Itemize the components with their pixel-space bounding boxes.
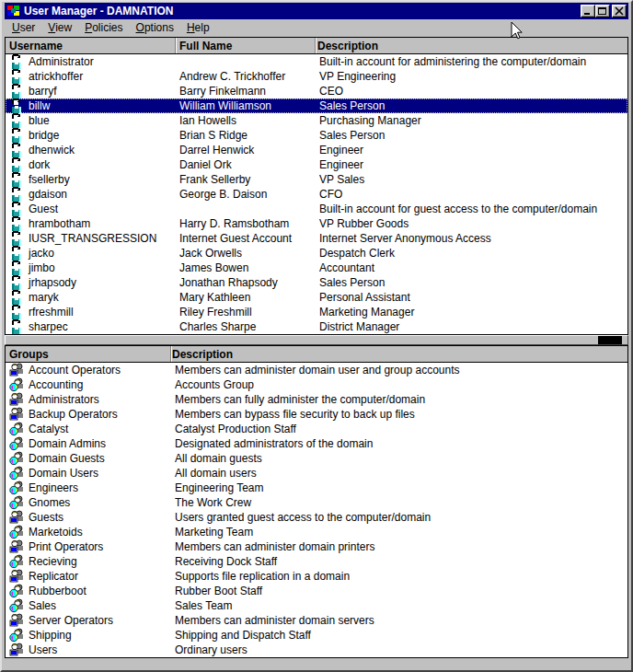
username-cell: bridge (29, 129, 59, 142)
users-header: Username Full Name Description (6, 38, 627, 54)
group-row[interactable]: Administrators Members can fully adminis… (6, 392, 627, 407)
users-panel: Username Full Name Description Administr… (5, 37, 628, 335)
description-cell: Personal Assistant (319, 291, 410, 304)
group-row[interactable]: Gnomes The Work Crew (6, 495, 627, 510)
group-description-cell: Engineering Team (175, 481, 264, 494)
local-group-icon (9, 569, 24, 584)
group-description-cell: Designated administrators of the domain (175, 437, 373, 450)
group-row[interactable]: Domain Users All domain users (6, 466, 627, 481)
group-name-cell: Backup Operators (29, 408, 118, 421)
close-button[interactable] (612, 5, 627, 17)
user-row[interactable]: atrickhoffer Andrew C. Trickhoffer VP En… (6, 69, 627, 84)
username-cell: IUSR_TRANSGRESSION (29, 232, 156, 245)
local-group-icon (9, 643, 24, 657)
group-row[interactable]: Print Operators Members can administer d… (6, 539, 627, 554)
group-row[interactable]: Accounting Accounts Group (6, 377, 627, 392)
global-group-icon (9, 554, 24, 569)
user-row[interactable]: maryk Mary Kathleen Personal Assistant (6, 290, 627, 305)
description-cell: Purchasing Manager (319, 114, 421, 127)
groups-list: Account Operators Members can administer… (6, 363, 627, 657)
user-row[interactable]: hrambotham Harry D. Ramsbotham VP Rubber… (6, 216, 627, 231)
fullname-cell: Brian S Ridge (179, 129, 247, 142)
fullname-cell: Riley Freshmill (179, 306, 252, 319)
group-row[interactable]: Replicator Supports file replication in … (6, 569, 627, 584)
group-row[interactable]: Account Operators Members can administer… (6, 363, 627, 377)
global-group-icon (9, 598, 24, 613)
group-description-cell: Marketing Team (175, 526, 253, 539)
fullname-cell: Jack Orwells (179, 247, 242, 260)
group-row[interactable]: Recieving Receiving Dock Staff (6, 554, 627, 569)
group-row[interactable]: Backup Operators Members can bypass file… (6, 407, 627, 422)
user-row[interactable]: dork Daniel Ork Engineer (6, 157, 627, 172)
user-icon (9, 172, 24, 187)
menu-options[interactable]: Options (130, 19, 180, 37)
group-row[interactable]: Engineers Engineering Team (6, 481, 627, 495)
local-group-icon (9, 407, 24, 422)
description-cell: CFO (319, 188, 342, 201)
global-group-icon (9, 628, 24, 643)
user-row[interactable]: jrhapsody Jonathan Rhapsody Sales Person (6, 275, 627, 290)
minimize-button[interactable] (581, 5, 595, 17)
menu-user[interactable]: User (6, 19, 41, 37)
description-cell: Engineer (319, 144, 363, 156)
group-row[interactable]: Catalyst Catalyst Production Staff (6, 422, 627, 436)
group-row[interactable]: Marketoids Marketing Team (6, 525, 627, 539)
group-name-cell: Shipping (29, 629, 72, 642)
window-controls (581, 5, 627, 17)
user-row[interactable]: blue Ian Howells Purchasing Manager (6, 113, 627, 128)
user-row[interactable]: fsellerby Frank Sellerby VP Sales (6, 172, 627, 187)
splitter-thumb (598, 336, 622, 344)
fullname-cell: Andrew C. Trickhoffer (179, 70, 285, 83)
user-icon (9, 305, 24, 319)
app-icon (6, 5, 21, 17)
fullname-cell: Darrel Henwick (179, 144, 254, 156)
menu-policies[interactable]: Policies (78, 19, 129, 37)
global-group-icon (9, 584, 24, 598)
user-row[interactable]: IUSR_TRANSGRESSION Internet Guest Accoun… (6, 231, 627, 246)
group-row[interactable]: Sales Sales Team (6, 598, 627, 613)
group-row[interactable]: Users Ordinary users (6, 643, 627, 657)
title-bar: User Manager - DAMNATION (5, 3, 628, 19)
user-row[interactable]: rfreshmill Riley Freshmill Marketing Man… (6, 305, 627, 319)
user-row[interactable]: barryf Barry Finkelmann CEO (6, 84, 627, 98)
group-row[interactable]: Shipping Shipping and Dispatch Staff (6, 628, 627, 643)
maximize-icon (597, 6, 608, 16)
group-description-cell: Members can bypass file security to back… (175, 408, 415, 421)
user-row[interactable]: sharpec Charles Sharpe District Manager (6, 319, 627, 334)
user-row[interactable]: jimbo James Bowen Accountant (6, 261, 627, 275)
menu-view[interactable]: View (41, 19, 78, 37)
group-row[interactable]: Server Operators Members can administer … (6, 613, 627, 628)
user-icon (9, 84, 24, 98)
fullname-cell: Harry D. Ramsbotham (179, 217, 289, 230)
username-cell: atrickhoffer (29, 70, 83, 83)
username-cell: rfreshmill (29, 306, 74, 319)
user-row[interactable]: jacko Jack Orwells Despatch Clerk (6, 246, 627, 261)
groups-header: Groups Description (6, 346, 627, 363)
user-row[interactable]: billw William Williamson Sales Person (6, 98, 627, 113)
user-row[interactable]: gdaison George B. Daison CFO (6, 187, 627, 202)
description-cell: Sales Person (319, 129, 385, 142)
group-row[interactable]: Guests Users granted guest access to the… (6, 510, 627, 525)
group-description-cell: Accounts Group (175, 378, 254, 391)
user-row[interactable]: bridge Brian S Ridge Sales Person (6, 128, 627, 143)
close-icon (614, 6, 625, 16)
maximize-button[interactable] (595, 5, 610, 17)
local-group-icon (9, 392, 24, 407)
group-row[interactable]: Domain Guests All domain guests (6, 451, 627, 466)
user-row[interactable]: Administrator Built-in account for admin… (6, 54, 627, 69)
username-cell: Administrator (29, 55, 94, 68)
group-name-cell: Catalyst (29, 423, 68, 435)
group-description-cell: Members can administer domain printers (175, 540, 374, 553)
fullname-cell: Charles Sharpe (179, 320, 256, 333)
pane-splitter[interactable] (5, 335, 628, 345)
menu-help[interactable]: Help (180, 19, 216, 37)
username-cell: hrambotham (29, 217, 90, 230)
user-row[interactable]: dhenwick Darrel Henwick Engineer (6, 143, 627, 157)
group-row[interactable]: Domain Admins Designated administrators … (6, 436, 627, 451)
groups-col-description: Description (172, 348, 233, 361)
user-row[interactable]: Guest Built-in account for guest access … (6, 202, 627, 216)
fullname-cell: Ian Howells (179, 114, 236, 127)
user-icon (9, 261, 24, 275)
user-icon (9, 143, 24, 157)
group-row[interactable]: Rubberboot Rubber Boot Staff (6, 584, 627, 598)
